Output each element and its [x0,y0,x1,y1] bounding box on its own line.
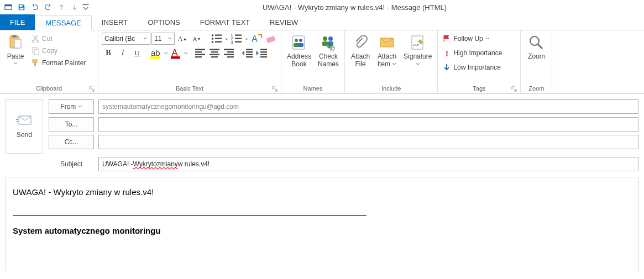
svg-text:A: A [172,48,178,57]
cut-button[interactable]: Cut [30,33,87,45]
chevron-down-icon [78,104,82,109]
cc-field[interactable] [98,135,638,149]
low-importance-label: Low Importance [453,64,500,71]
attach-item-label-1: Attach [378,52,396,60]
bullets-button[interactable] [210,33,223,45]
font-size-combo[interactable]: 11 [151,33,175,45]
send-label: Send [17,131,32,139]
align-center-button[interactable] [208,47,221,59]
tab-options[interactable]: OPTIONS [138,14,190,30]
svg-point-53 [295,39,298,42]
svg-rect-66 [16,118,18,118]
svg-rect-67 [16,119,18,120]
tab-file[interactable]: FILE [0,14,35,30]
copy-label: Copy [42,47,57,55]
bold-button[interactable]: B [102,47,115,59]
svg-rect-4 [82,4,88,5]
italic-button[interactable]: I [116,47,129,59]
from-field[interactable] [98,99,638,114]
svg-rect-6 [12,35,17,38]
svg-rect-41 [227,51,234,52]
tab-format-text[interactable]: FORMAT TEXT [190,14,260,30]
follow-up-button[interactable]: Follow Up [441,33,503,45]
format-painter-label: Format Painter [42,59,86,67]
chevron-down-icon[interactable] [184,47,188,59]
next-item-icon[interactable] [69,1,81,13]
underline-button[interactable]: U [130,47,144,59]
subject-label: Subject [49,160,94,168]
qat-customize-icon[interactable] [82,1,90,13]
group-names: AddressBook @ CheckNames Names [281,30,345,93]
copy-button[interactable]: Copy [30,45,87,57]
cc-button[interactable]: Cc... [49,135,94,149]
follow-up-label: Follow Up [453,35,483,43]
tab-insert[interactable]: INSERT [92,14,138,30]
high-importance-button[interactable]: ! High Importance [441,47,503,59]
signature-icon [409,34,427,51]
subject-field[interactable]: UWAGA! - Wykryto zmiany w rules.v4! [98,157,638,171]
window-icon[interactable] [2,1,14,13]
address-book-button[interactable]: AddressBook [285,33,313,70]
check-names-label-1: Check [319,52,338,60]
redo-icon[interactable] [42,1,54,13]
attach-file-button[interactable]: AttachFile [348,33,373,70]
chevron-down-icon[interactable] [244,33,249,45]
svg-rect-2 [20,5,23,7]
signature-button[interactable]: Signature [401,33,434,70]
dialog-launcher-icon[interactable] [272,86,278,92]
to-field[interactable] [98,117,638,131]
attach-item-button[interactable]: AttachItem [375,33,399,70]
chevron-down-icon[interactable] [224,33,229,45]
font-name-combo[interactable]: Calibri (Bc [102,33,150,45]
format-painter-icon [31,59,40,67]
group-clipboard: Paste Cut Copy Format Painter Clipboa [0,30,98,93]
address-book-label-1: Address [287,52,311,60]
check-names-button[interactable]: @ CheckNames [316,33,341,70]
from-button[interactable]: From [49,99,94,114]
svg-rect-29 [150,56,160,59]
tab-message[interactable]: MESSAGE [35,15,91,30]
group-basic-text: Calibri (Bc 11 A▲ A▼ 123 A B I U ab A [98,30,281,93]
to-button[interactable]: To... [49,117,94,131]
check-names-icon: @ [320,34,337,51]
low-importance-button[interactable]: Low Importance [441,61,503,73]
svg-rect-35 [195,56,202,57]
dialog-launcher-icon[interactable] [89,86,95,92]
align-left-button[interactable] [193,47,207,59]
high-importance-icon: ! [442,49,451,57]
font-color-button[interactable]: A [169,47,182,59]
paperclip-icon [352,34,369,51]
highlight-button[interactable]: ab [149,47,163,59]
format-painter-button[interactable]: Format Painter [30,57,87,69]
dialog-launcher-icon[interactable] [511,86,517,92]
message-body[interactable]: UWAGA! - Wykryto zmiany w rules.v4! Syst… [6,177,638,271]
save-icon[interactable] [15,1,28,13]
high-importance-label: High Importance [453,49,502,57]
shrink-font-button[interactable]: A▼ [190,33,203,45]
increase-indent-button[interactable] [255,47,269,59]
prev-item-icon[interactable] [55,1,67,13]
svg-rect-17 [215,38,222,39]
attach-item-icon [378,34,396,51]
paste-button[interactable]: Paste [3,33,28,67]
align-right-button[interactable] [222,47,235,59]
address-book-label-2: Book [291,60,306,68]
zoom-button[interactable]: Zoom [524,33,548,61]
svg-point-14 [212,34,214,36]
send-icon [15,114,33,127]
undo-icon[interactable] [29,1,41,13]
chevron-down-icon[interactable] [164,47,168,59]
decrease-indent-button[interactable] [241,47,254,59]
paste-label: Paste [7,52,24,60]
clear-formatting-button[interactable] [264,33,278,45]
flag-icon [442,34,451,43]
styles-pane-button[interactable]: A [250,33,263,45]
group-label-basic-text: Basic Text [102,84,278,93]
send-button[interactable]: Send [6,99,43,154]
tab-review[interactable]: REVIEW [260,14,308,30]
svg-point-64 [530,36,539,45]
grow-font-button[interactable]: A▲ [176,33,189,45]
address-book-icon [290,34,308,51]
chevron-down-icon [167,36,172,41]
numbering-button[interactable]: 123 [230,33,243,45]
